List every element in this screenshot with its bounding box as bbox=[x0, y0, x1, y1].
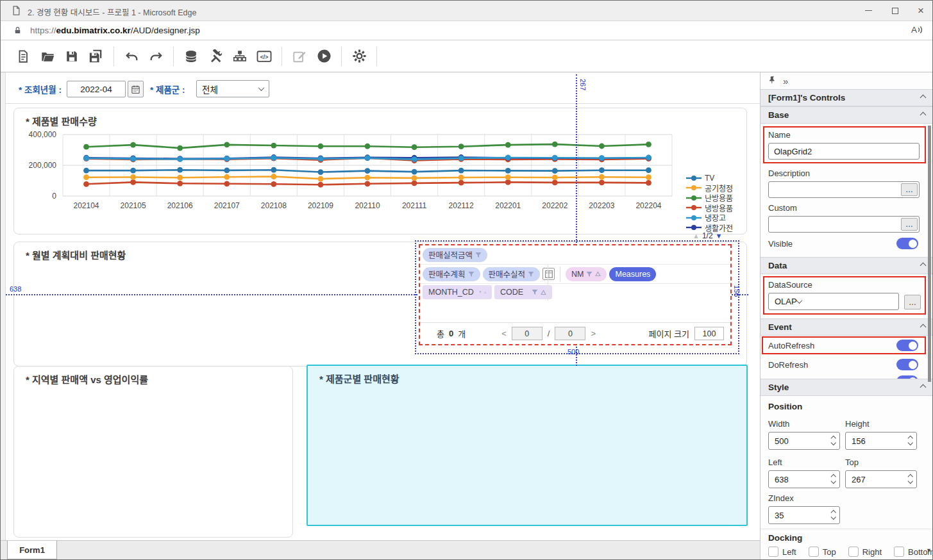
sitemap-icon[interactable] bbox=[230, 47, 249, 66]
section-data-header[interactable]: Data bbox=[761, 257, 933, 274]
autorefresh-toggle[interactable] bbox=[896, 340, 918, 351]
prev-page-icon[interactable]: < bbox=[501, 329, 507, 338]
toolbar-separator bbox=[341, 47, 342, 66]
filter-icon[interactable] bbox=[528, 271, 534, 277]
custom-ellipsis-button[interactable]: … bbox=[901, 218, 918, 231]
docking-subheader: Docking bbox=[768, 533, 802, 543]
width-stepper[interactable]: 500 bbox=[768, 432, 840, 450]
collapse-chevron-icon[interactable] bbox=[920, 263, 927, 269]
custom-input[interactable] bbox=[768, 216, 920, 233]
measures-pill[interactable]: Measures bbox=[609, 267, 656, 281]
calendar-button[interactable] bbox=[128, 81, 144, 97]
grid-measure-row: 판매실적금액 bbox=[420, 245, 730, 265]
legend-item[interactable]: TV bbox=[686, 173, 733, 183]
save-as-icon[interactable] bbox=[87, 47, 106, 66]
visible-toggle[interactable] bbox=[896, 238, 918, 249]
datasource-select[interactable]: OLAP bbox=[768, 293, 899, 310]
docking-right-checkbox[interactable]: Right bbox=[848, 547, 882, 557]
left-stepper[interactable]: 638 bbox=[768, 470, 840, 488]
url-text[interactable]: https://edu.bimatrix.co.kr/AUD/designer.… bbox=[30, 26, 200, 35]
section-base-header[interactable]: Base bbox=[761, 106, 933, 124]
product-group-panel[interactable]: * 제품군별 판매현황 bbox=[307, 365, 748, 526]
run-icon[interactable] bbox=[314, 47, 333, 66]
filter-icon[interactable] bbox=[532, 289, 538, 295]
height-stepper[interactable]: 156 bbox=[845, 432, 917, 450]
scrollbar-down-arrow-icon[interactable]: ▼ bbox=[926, 547, 932, 554]
filter-icon[interactable] bbox=[479, 289, 482, 295]
next-page-icon[interactable]: > bbox=[591, 329, 596, 338]
sort-icon[interactable] bbox=[595, 271, 601, 277]
olap-grid-control[interactable]: 판매실적금액 판매수계획 판매수실적 NM bbox=[419, 244, 732, 345]
form-design-surface[interactable]: * 조회년월 : * 제품군 : 전체 * 제품별 판매수량 0200,0004… bbox=[6, 72, 760, 540]
toolbar-separator bbox=[113, 47, 114, 66]
tab-form1[interactable]: Form1 bbox=[7, 541, 57, 559]
open-folder-icon[interactable] bbox=[38, 47, 57, 66]
maximize-button[interactable] bbox=[881, 1, 909, 21]
row-dimension-pill[interactable]: MONTH_CD bbox=[423, 285, 492, 299]
pin-icon[interactable] bbox=[768, 76, 777, 86]
settings-icon[interactable] bbox=[349, 47, 369, 66]
docking-left-checkbox[interactable]: Left bbox=[768, 547, 796, 557]
section-event-header[interactable]: Event bbox=[761, 318, 933, 336]
page-size-group: 페이지 크기 bbox=[649, 327, 724, 340]
zindex-stepper[interactable]: 35 bbox=[768, 506, 840, 524]
edit-icon[interactable] bbox=[290, 47, 309, 66]
svg-text:202108: 202108 bbox=[261, 201, 287, 210]
current-page-input[interactable] bbox=[512, 327, 542, 340]
legend-label: 난방용품 bbox=[705, 192, 733, 203]
field-pill[interactable]: 판매실적금액 bbox=[423, 248, 487, 262]
field-pill[interactable]: 판매수계획 bbox=[423, 267, 480, 281]
legend-item[interactable]: 난방용품 bbox=[686, 193, 733, 203]
description-input[interactable] bbox=[768, 181, 920, 198]
page-size-input[interactable] bbox=[694, 327, 724, 340]
filter-icon[interactable] bbox=[475, 252, 482, 258]
filter-icon[interactable] bbox=[468, 271, 475, 277]
filter-icon[interactable] bbox=[586, 271, 593, 277]
collapse-panel-icon[interactable]: » bbox=[783, 76, 788, 86]
section-style-header[interactable]: Style bbox=[761, 379, 933, 396]
name-input[interactable] bbox=[768, 143, 920, 160]
sort-icon[interactable] bbox=[541, 290, 546, 295]
docking-top-checkbox[interactable]: Top bbox=[809, 547, 836, 557]
row-dimension-pill[interactable]: CODE bbox=[494, 285, 552, 299]
dorefresh-label: DoRefresh bbox=[768, 360, 808, 370]
series-TV bbox=[83, 167, 651, 175]
new-document-icon[interactable] bbox=[13, 47, 33, 66]
read-aloud-icon[interactable]: A bbox=[911, 25, 923, 35]
minimize-button[interactable] bbox=[854, 1, 882, 21]
undo-icon[interactable] bbox=[122, 47, 141, 66]
date-filter-input[interactable] bbox=[67, 81, 126, 97]
product-filter-select[interactable]: 전체 bbox=[196, 80, 269, 97]
sidebar-util-row: » bbox=[761, 72, 933, 89]
code-view-icon[interactable]: </> bbox=[255, 47, 274, 66]
sidebar-scrollbar[interactable] bbox=[928, 126, 931, 382]
query-tools-icon[interactable] bbox=[206, 47, 225, 66]
field-pill[interactable]: 판매수실적 bbox=[483, 267, 541, 281]
controls-panel-header[interactable]: [Form1]'s Controls bbox=[761, 89, 933, 106]
collapse-chevron-icon[interactable] bbox=[920, 95, 927, 101]
total-page-input[interactable] bbox=[555, 327, 585, 340]
legend-page-down-icon[interactable]: ▼ bbox=[716, 232, 723, 240]
address-bar[interactable]: https://edu.bimatrix.co.kr/AUD/designer.… bbox=[1, 21, 932, 40]
database-icon[interactable] bbox=[181, 47, 201, 66]
legend-page-up-icon[interactable]: ▲ bbox=[693, 232, 700, 240]
legend-item[interactable]: 공기청정 bbox=[686, 183, 733, 194]
description-ellipsis-button[interactable]: … bbox=[901, 183, 918, 196]
designer-toolbar: </> bbox=[1, 40, 932, 72]
legend-item[interactable]: 냉장고 bbox=[686, 213, 733, 223]
top-stepper[interactable]: 267 bbox=[845, 470, 917, 488]
sort-icon[interactable] bbox=[484, 290, 486, 295]
legend-item[interactable]: 냉방용품 bbox=[686, 203, 733, 213]
save-icon[interactable] bbox=[62, 47, 81, 66]
datasource-ellipsis-button[interactable]: … bbox=[904, 295, 921, 309]
collapse-chevron-icon[interactable] bbox=[920, 324, 927, 331]
close-button[interactable]: × bbox=[907, 1, 933, 21]
layout-grid-icon[interactable] bbox=[542, 268, 555, 280]
collapse-chevron-icon[interactable] bbox=[920, 384, 927, 391]
redo-icon[interactable] bbox=[146, 47, 165, 66]
dimension-pill[interactable]: NM bbox=[566, 267, 607, 281]
series-냉방용품 bbox=[83, 179, 651, 188]
collapse-chevron-icon[interactable] bbox=[920, 112, 927, 119]
dorefresh-toggle[interactable] bbox=[896, 359, 918, 370]
svg-text:202112: 202112 bbox=[449, 201, 474, 210]
